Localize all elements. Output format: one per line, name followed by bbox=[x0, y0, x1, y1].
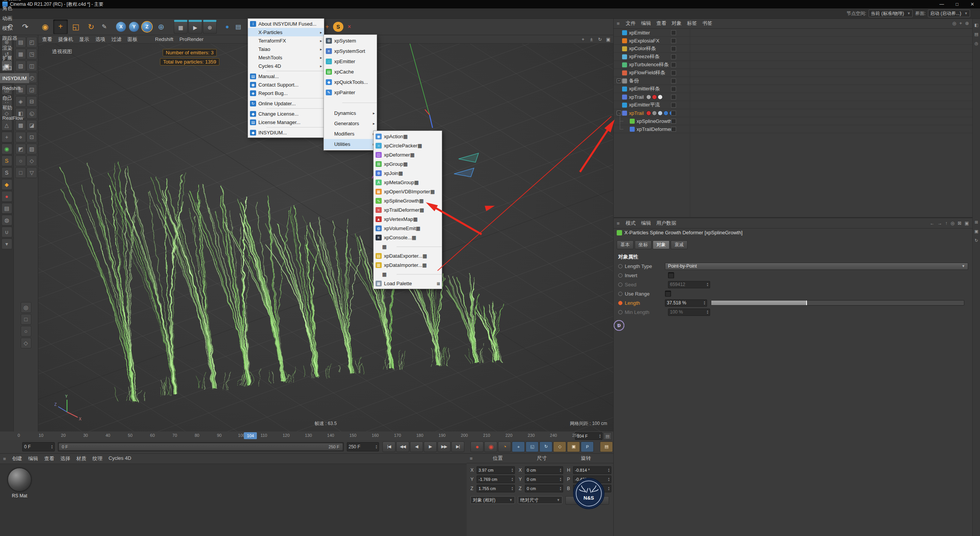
tool-tile[interactable]: ◍ bbox=[2, 215, 12, 226]
autokey-button[interactable]: ◉ bbox=[484, 441, 497, 452]
coordinate-field[interactable]: -1.769 cm▴▾ bbox=[477, 476, 515, 483]
layer-swatch[interactable] bbox=[671, 87, 676, 92]
toolbar-button[interactable] bbox=[217, 20, 221, 34]
object-manager-menu-item[interactable]: 标签 bbox=[687, 20, 697, 27]
viewport-menu-item[interactable]: ProRender bbox=[180, 36, 204, 42]
lock-z-axis-button[interactable]: Z bbox=[142, 22, 152, 32]
coordinate-field[interactable]: 0 cm▴▾ bbox=[525, 485, 563, 492]
prev-key-button[interactable]: ◀◀ bbox=[396, 441, 409, 452]
quantize-button[interactable]: ◆ bbox=[2, 179, 12, 190]
render-picture-viewer-button[interactable]: ▶ bbox=[188, 20, 202, 34]
tool-tile[interactable]: ∪ bbox=[2, 227, 12, 237]
last-used-tool[interactable]: ✎ bbox=[99, 20, 109, 34]
keyframe-dot-icon[interactable] bbox=[618, 301, 622, 305]
tool-tile[interactable]: ◇ bbox=[26, 155, 37, 166]
object-row[interactable]: xpFlowField样条 bbox=[614, 69, 973, 77]
expand-toggle-icon[interactable] bbox=[617, 95, 621, 99]
expand-toggle-icon[interactable] bbox=[617, 70, 621, 75]
state-badge[interactable] bbox=[677, 126, 682, 132]
object-row[interactable]: xpExplosiaFX bbox=[614, 37, 973, 45]
use-range-checkbox[interactable] bbox=[665, 291, 671, 297]
object-manager-menu-item[interactable]: 编辑 bbox=[641, 20, 651, 27]
object-manager-menu-item[interactable]: 对象 bbox=[672, 20, 682, 27]
keying-button[interactable]: ◔ bbox=[498, 441, 511, 452]
next-frame-button[interactable]: ▶▶ bbox=[438, 441, 451, 452]
key-parameter-toggle[interactable]: ◇ bbox=[553, 441, 566, 452]
menu-item[interactable]: ◆ INSYDIUM... bbox=[248, 128, 324, 137]
invert-checkbox[interactable] bbox=[668, 272, 674, 278]
menu-item[interactable]: ∿ xpSplineGrowth ▦ bbox=[374, 196, 442, 205]
state-badge[interactable] bbox=[677, 118, 682, 124]
layer-swatch[interactable] bbox=[671, 46, 676, 51]
transport-button[interactable] bbox=[465, 442, 470, 452]
object-row[interactable]: xpTrail bbox=[614, 93, 973, 101]
dock-tab-icon[interactable]: ⊞ bbox=[973, 219, 979, 225]
menu-item[interactable]: TerraformFX bbox=[248, 36, 324, 45]
minimize-button[interactable]: — bbox=[934, 0, 949, 8]
solo-mode-button[interactable]: ◉ bbox=[2, 144, 12, 154]
record-button[interactable]: ● bbox=[470, 441, 483, 452]
filter-icon[interactable]: + bbox=[959, 21, 962, 26]
object-name[interactable]: xpEmitter平流 bbox=[629, 101, 660, 108]
animation-dot-icon[interactable] bbox=[618, 264, 622, 268]
menu-item[interactable]: Cycles 4D bbox=[248, 62, 324, 70]
object-manager-menu-item[interactable]: 文件 bbox=[626, 20, 636, 27]
layer-swatch[interactable] bbox=[671, 78, 676, 83]
menubar-item[interactable]: 渲染 bbox=[0, 43, 29, 53]
new-material-button[interactable]: ● bbox=[222, 20, 232, 34]
layer-swatch[interactable] bbox=[671, 103, 676, 108]
animation-dot-icon[interactable] bbox=[618, 292, 622, 296]
state-badge[interactable] bbox=[677, 110, 682, 116]
state-badge[interactable] bbox=[683, 38, 688, 43]
state-badge[interactable] bbox=[677, 54, 682, 59]
menubar-item[interactable]: 帮助 bbox=[0, 103, 29, 113]
object-name[interactable]: xpSplineGrowth bbox=[637, 118, 672, 124]
menubar-item[interactable]: 模拟 bbox=[0, 23, 29, 33]
play-button[interactable]: ▶ bbox=[424, 441, 437, 452]
dock-icon[interactable]: ▣ bbox=[965, 221, 969, 226]
goto-end-button[interactable]: ▶| bbox=[451, 441, 464, 452]
expand-toggle-icon[interactable] bbox=[617, 46, 621, 51]
menu-item[interactable]: ◉ xpAction ▦ bbox=[374, 132, 442, 141]
animation-dot-icon[interactable] bbox=[618, 283, 622, 287]
object-row[interactable]: xpEmitter样条 bbox=[614, 85, 973, 93]
menubar-item[interactable]: 窗口 bbox=[0, 63, 29, 73]
coordinate-field[interactable]: 3.97 cm▴▾ bbox=[477, 466, 515, 474]
menubar-item[interactable]: RealFlow bbox=[0, 113, 29, 123]
menu-item[interactable]: ○ xpCirclePacker ▦ bbox=[374, 141, 442, 150]
toolbar-button[interactable] bbox=[169, 20, 173, 34]
object-tag-icon[interactable] bbox=[646, 95, 651, 100]
lock-x-axis-button[interactable]: X bbox=[116, 22, 126, 32]
toggle-view-icon[interactable]: ▣ bbox=[605, 36, 612, 43]
menubar-item[interactable]: 运动图形 bbox=[0, 0, 29, 3]
toolbar-button[interactable] bbox=[110, 20, 114, 34]
polygon-selection-icon[interactable]: ◇ bbox=[21, 338, 31, 348]
viewport-menu-item[interactable]: 面板 bbox=[127, 36, 137, 43]
menubar-item[interactable]: Redshift bbox=[0, 83, 29, 93]
state-badge[interactable] bbox=[683, 86, 688, 92]
state-badge[interactable] bbox=[683, 62, 688, 67]
attribute-menu-item[interactable]: 模式 bbox=[626, 220, 636, 227]
state-badge[interactable] bbox=[683, 94, 688, 100]
state-badge[interactable] bbox=[683, 118, 688, 124]
timeline-options-button[interactable]: ▤ bbox=[603, 432, 612, 440]
state-badge[interactable] bbox=[683, 126, 688, 132]
tool-tile[interactable]: ▽ bbox=[26, 167, 37, 178]
coordinate-field[interactable]: 0 cm▴▾ bbox=[525, 476, 563, 483]
material-preview[interactable] bbox=[8, 468, 31, 491]
settings-icon[interactable]: ⊛ bbox=[965, 21, 969, 26]
coordinate-field[interactable]: -0.814 °▴▾ bbox=[573, 466, 611, 474]
live-selection-tool[interactable]: ◉ bbox=[38, 20, 52, 34]
object-row[interactable]: xpSplineGrowth bbox=[614, 117, 973, 125]
menubar-item[interactable]: 自己 bbox=[0, 93, 29, 103]
state-badge[interactable] bbox=[683, 70, 688, 75]
length-slider[interactable] bbox=[711, 300, 964, 306]
expand-toggle-icon[interactable] bbox=[617, 78, 621, 83]
coordinate-field[interactable]: 1.755 cm▴▾ bbox=[477, 485, 515, 492]
object-tag-icon[interactable] bbox=[646, 111, 651, 116]
object-name[interactable]: xpTrailDeformer bbox=[637, 126, 672, 132]
menu-item[interactable]: ▤ xpDataExporter... ▦ bbox=[374, 251, 442, 260]
menu-item[interactable]: ◆ xpQuickTools... bbox=[324, 77, 377, 87]
object-row[interactable]: xpTrailDeformer bbox=[614, 125, 973, 133]
menu-item[interactable]: Utilities bbox=[324, 139, 377, 149]
